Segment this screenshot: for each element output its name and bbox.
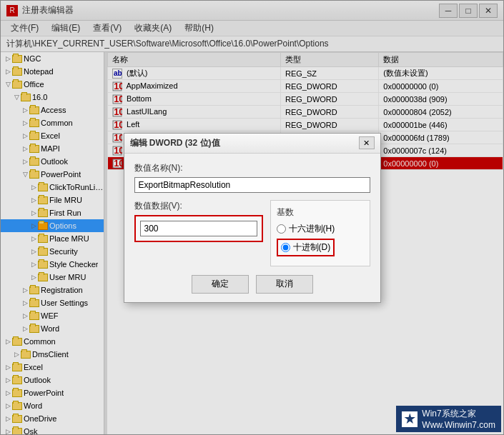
dialog-value-box bbox=[134, 215, 263, 242]
watermark-text: Win7系统之家 Www.Winwin7.com bbox=[422, 408, 495, 430]
dialog-body: 数值名称(N): 数值数据(V): 基数 十六进制(H) bbox=[124, 154, 380, 302]
ok-button[interactable]: 确定 bbox=[192, 275, 249, 294]
watermark-logo-inner bbox=[404, 414, 415, 425]
dialog-close-button[interactable]: ✕ bbox=[359, 136, 375, 149]
cancel-button[interactable]: 取消 bbox=[256, 275, 313, 294]
dialog-overlay: 编辑 DWORD (32 位)值 ✕ 数值名称(N): 数值数据(V): 基数 bbox=[0, 0, 504, 435]
hex-radio-row: 十六进制(H) bbox=[277, 223, 364, 235]
value-input[interactable] bbox=[140, 221, 257, 236]
dialog-base-section: 基数 十六进制(H) 十进制(D) bbox=[270, 200, 370, 266]
value-label: 数值数据(V): bbox=[134, 200, 263, 212]
dialog-title-text: 编辑 DWORD (32 位)值 bbox=[130, 137, 220, 149]
name-label: 数值名称(N): bbox=[134, 162, 370, 174]
name-input[interactable] bbox=[134, 177, 370, 193]
dialog-title-bar: 编辑 DWORD (32 位)值 ✕ bbox=[124, 134, 380, 154]
hex-radio[interactable] bbox=[277, 224, 286, 234]
dec-radio-selected-box: 十进制(D) bbox=[277, 239, 335, 256]
edit-dword-dialog: 编辑 DWORD (32 位)值 ✕ 数值名称(N): 数值数据(V): 基数 bbox=[124, 133, 381, 303]
watermark: Win7系统之家 Www.Winwin7.com bbox=[396, 406, 501, 432]
dialog-value-base-section: 数值数据(V): 基数 十六进制(H) 十进制(D) bbox=[134, 200, 370, 266]
dec-radio[interactable] bbox=[281, 243, 290, 252]
watermark-logo bbox=[402, 411, 417, 427]
dec-radio-row: 十进制(D) bbox=[277, 239, 364, 256]
watermark-line2: Www.Winwin7.com bbox=[422, 420, 495, 430]
dec-label: 十进制(D) bbox=[293, 241, 331, 254]
watermark-line1: Win7系统之家 bbox=[422, 408, 495, 420]
hex-label: 十六进制(H) bbox=[289, 223, 335, 235]
dialog-value-section: 数值数据(V): bbox=[134, 200, 263, 266]
base-title: 基数 bbox=[277, 206, 364, 219]
dialog-buttons: 确定 取消 bbox=[134, 275, 370, 294]
